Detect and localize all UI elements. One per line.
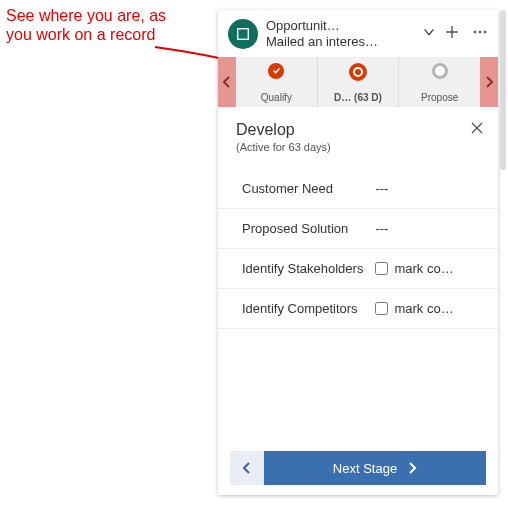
field-stakeholders[interactable]: Identify Stakeholders mark co… bbox=[218, 249, 498, 289]
field-competitors[interactable]: Identify Competitors mark co… bbox=[218, 289, 498, 329]
stakeholders-checkbox[interactable] bbox=[375, 262, 388, 275]
competitors-checkbox[interactable] bbox=[375, 302, 388, 315]
record-panel: Opportunit… Mailed an interes… bbox=[218, 10, 498, 495]
add-button[interactable] bbox=[444, 24, 460, 44]
circle-icon bbox=[432, 63, 448, 79]
process-bar: Qualify D… (63 D) Propose bbox=[218, 57, 498, 107]
bpf-stages: Qualify D… (63 D) Propose bbox=[236, 57, 480, 107]
scrollbar-thumb[interactable] bbox=[500, 10, 506, 170]
panel-header: Opportunit… Mailed an interes… bbox=[218, 10, 498, 57]
stage-fields: Customer Need --- Proposed Solution --- … bbox=[218, 165, 498, 329]
field-customer-need[interactable]: Customer Need --- bbox=[218, 169, 498, 209]
svg-point-1 bbox=[474, 31, 477, 34]
svg-point-2 bbox=[479, 31, 482, 34]
header-text: Opportunit… Mailed an interes… bbox=[266, 18, 414, 51]
stage-develop[interactable]: D… (63 D) bbox=[318, 57, 400, 107]
check-icon bbox=[268, 63, 284, 79]
header-title: Opportunit… bbox=[266, 18, 414, 34]
more-button[interactable] bbox=[472, 24, 488, 44]
stage-subtitle: (Active for 63 days) bbox=[236, 141, 480, 153]
header-subtitle: Mailed an interes… bbox=[266, 34, 414, 50]
stage-detail-header: Develop (Active for 63 days) bbox=[218, 107, 498, 165]
next-stage-label: Next Stage bbox=[333, 461, 397, 476]
prev-stage-button[interactable] bbox=[230, 451, 264, 485]
stage-qualify[interactable]: Qualify bbox=[236, 57, 318, 107]
bpf-prev-button[interactable] bbox=[218, 57, 236, 107]
scrollbar[interactable] bbox=[500, 10, 506, 190]
stage-footer: Next Stage bbox=[230, 451, 486, 485]
bpf-next-button[interactable] bbox=[480, 57, 498, 107]
chevron-right-icon bbox=[407, 462, 417, 474]
next-stage-button[interactable]: Next Stage bbox=[264, 451, 486, 485]
stage-propose[interactable]: Propose bbox=[399, 57, 480, 107]
callout-text: See where you are, as you work on a reco… bbox=[6, 6, 196, 44]
svg-point-3 bbox=[484, 31, 487, 34]
target-icon bbox=[349, 63, 367, 81]
field-proposed-solution[interactable]: Proposed Solution --- bbox=[218, 209, 498, 249]
svg-rect-0 bbox=[238, 29, 249, 40]
expand-header-button[interactable] bbox=[422, 25, 436, 43]
entity-icon bbox=[228, 19, 258, 49]
close-button[interactable] bbox=[470, 121, 484, 139]
stage-title: Develop bbox=[236, 121, 480, 139]
